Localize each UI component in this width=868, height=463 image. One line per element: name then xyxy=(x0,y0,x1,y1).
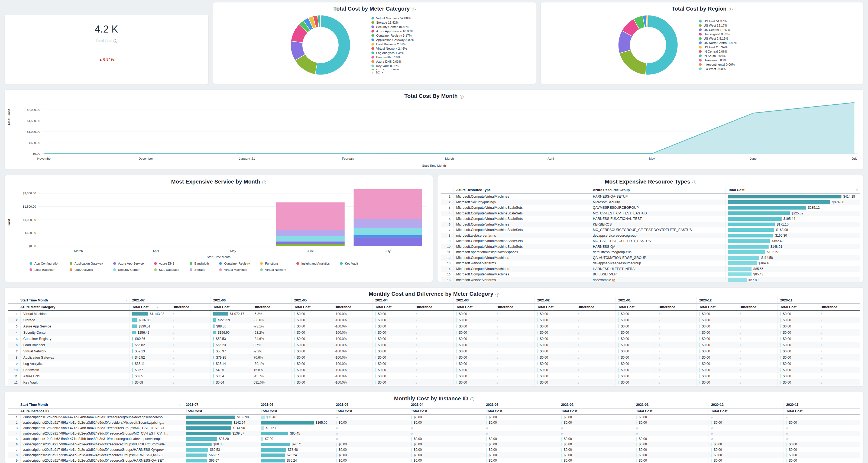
legend-item[interactable]: Azure DNS 0.03% xyxy=(371,59,461,64)
table-row[interactable]: 8 microsoft.web/serverfarms devappservic… xyxy=(441,233,860,238)
column-header[interactable]: Total Cost xyxy=(777,304,817,310)
collapse-left-icon[interactable]: ‹ xyxy=(126,298,127,302)
legend-item[interactable]: Load Balancer 2.67% xyxy=(371,42,461,46)
legend-item[interactable]: Intercontinental 0.00% xyxy=(699,62,788,67)
legend-item[interactable]: Application Gateway 3.00% xyxy=(371,38,461,42)
table-row[interactable]: 13 microsoft.web/serverfarms devappservi… xyxy=(441,261,860,266)
bar-segment[interactable] xyxy=(276,202,345,230)
stacked-bar-chart[interactable]: $0.00 $500.00 $1,000.00 $1,500.00 $2,000… xyxy=(8,186,429,256)
table-row[interactable]: 1 Microsoft.Compute/virtualMachines HARN… xyxy=(441,194,860,200)
bar-segment[interactable] xyxy=(276,230,345,236)
info-icon[interactable]: i xyxy=(262,180,266,184)
column-header[interactable]: Azure Resource Group xyxy=(590,187,725,193)
table-row[interactable]: 2 Storage $336.85ø $225.59-33.0% $0.00-1… xyxy=(8,317,860,323)
column-header[interactable]: Difference xyxy=(251,304,291,310)
legend-item[interactable]: US North Central 1.82% xyxy=(699,41,788,45)
column-header[interactable]: Difference xyxy=(656,304,696,310)
column-header[interactable]: Total Cost xyxy=(633,408,708,414)
table-row[interactable]: 13 App Configuration $0.00ø $0.00ø $0.00… xyxy=(8,385,860,386)
legend-item[interactable]: US Central 12.47% xyxy=(699,28,788,32)
table-row[interactable]: 4 Microsoft.Compute/virtualMachineScaleS… xyxy=(441,211,860,216)
column-header[interactable]: Total Cost xyxy=(453,304,494,310)
table-row[interactable]: 9 Log Analytics $33.11ø $23.14-30.1% $0.… xyxy=(8,360,860,367)
table-row[interactable]: 14 Microsoft.Compute/virtualMachines HAR… xyxy=(441,266,860,272)
legend-item[interactable]: Container Registry xyxy=(219,261,250,266)
legend-item[interactable]: EU West 0.00% xyxy=(699,67,788,71)
info-icon[interactable]: i xyxy=(729,8,733,11)
column-header[interactable]: Difference xyxy=(817,304,858,310)
column-header[interactable]: Total Cost xyxy=(783,408,858,414)
table-row[interactable]: 6 Microsoft.Compute/virtualMachines KERB… xyxy=(441,222,860,227)
bar-segment[interactable] xyxy=(276,244,345,246)
legend-item[interactable]: Load Balancer xyxy=(30,267,59,272)
info-icon[interactable]: i xyxy=(470,397,474,401)
area-chart[interactable]: $0.00 $500.00 $1,000.00 $1,500.00 $2,000… xyxy=(6,101,862,165)
table-row[interactable]: 7 Microsoft.Compute/virtualMachineScaleS… xyxy=(441,227,860,233)
table-row[interactable]: 5 /subscriptions/12d2db62-5aa9-471d-84bb… xyxy=(8,436,860,441)
legend-item[interactable]: IN Central 0.06% xyxy=(699,49,788,54)
column-header[interactable]: Total Cost xyxy=(408,408,483,414)
bar-segment[interactable] xyxy=(353,235,422,237)
info-icon[interactable]: i xyxy=(114,39,117,43)
bar-segment[interactable] xyxy=(353,189,422,219)
legend-item[interactable]: Virtual Network xyxy=(260,267,286,272)
legend-item[interactable]: US East 2 0.94% xyxy=(699,45,788,49)
bar-segment[interactable] xyxy=(353,228,422,235)
column-header[interactable]: Total Cost xyxy=(615,304,656,310)
column-header[interactable]: Difference xyxy=(169,304,210,310)
legend-item[interactable]: IN South 0.04% xyxy=(699,54,788,58)
legend-item[interactable]: Security Center 10.82% xyxy=(371,25,461,29)
info-icon[interactable]: i xyxy=(692,180,696,184)
table-row[interactable]: 6 /subscriptions/20d6a917-99fa-4b1b-9b2e… xyxy=(8,441,860,447)
column-header[interactable]: Total Cost xyxy=(258,408,333,414)
column-header[interactable]: Total Cost xyxy=(372,304,412,310)
meter-category-donut[interactable] xyxy=(288,13,352,77)
table-row[interactable]: 8 Application Gateway $46.52ø $79.3570.6… xyxy=(8,354,860,360)
table-row[interactable]: 15 Microsoft.Compute/virtualMachines BUI… xyxy=(441,271,860,277)
legend-item[interactable]: Virtual Machines 52.88% xyxy=(371,16,461,20)
legend-item[interactable]: Virtual Network 2.46% xyxy=(371,46,461,51)
legend-item[interactable]: Bandwidth 0.19% xyxy=(371,55,461,59)
column-header[interactable]: Difference xyxy=(575,304,615,310)
table-row[interactable]: 3 /subscriptions/12d2db62-5aa9-471d-84bb… xyxy=(8,425,860,431)
table-row[interactable]: 7 Virtual Network $52.13ø $50.97-2.2% $0… xyxy=(8,348,860,354)
table-row[interactable]: 16 microsoft.web/serverfarms docexample-… xyxy=(441,277,860,282)
donut-slice[interactable] xyxy=(619,50,646,75)
info-icon[interactable]: i xyxy=(496,293,499,296)
bar-segment[interactable] xyxy=(276,241,345,244)
legend-item[interactable]: Functions 0.00% xyxy=(371,68,461,70)
table-row[interactable]: 10 Bandwidth $3.67ø $4.2515.8% $0.00-100… xyxy=(8,367,860,373)
column-header[interactable]: Difference xyxy=(332,304,372,310)
table-row[interactable]: 4 Security Center $256.42ø $196.90-23.2%… xyxy=(8,329,860,336)
pager-down-icon[interactable]: ▼ xyxy=(381,71,384,74)
legend-item[interactable]: Storage xyxy=(190,267,209,272)
legend-item[interactable]: Log Analytics 1.34% xyxy=(371,51,461,55)
legend-item[interactable]: US West 2 5.18% xyxy=(699,36,788,41)
column-header[interactable]: Total Cost ∨ xyxy=(129,304,169,310)
legend-item[interactable]: US West 19.17% xyxy=(699,23,788,28)
sort-caret-icon[interactable]: ∨ xyxy=(156,306,158,309)
donut-slice[interactable] xyxy=(645,15,678,75)
column-header[interactable]: Total Cost xyxy=(483,408,558,414)
column-header[interactable]: Total Cost ∨ xyxy=(725,187,860,193)
legend-item[interactable]: App Configuration xyxy=(30,261,59,266)
column-header[interactable]: Total Cost xyxy=(708,408,783,414)
column-header[interactable]: Total Cost xyxy=(291,304,332,310)
info-icon[interactable]: i xyxy=(460,95,464,99)
table-row[interactable]: 3 Microsoft.Compute/virtualMachineScaleS… xyxy=(441,205,860,211)
table-row[interactable]: 1 /subscriptions/12d2db62-5aa9-471d-84bb… xyxy=(8,414,860,420)
legend-item[interactable]: Application Gateway xyxy=(70,261,103,266)
legend-item[interactable]: SQL Database xyxy=(154,267,179,272)
column-header[interactable]: Total Cost xyxy=(558,408,633,414)
sort-caret-icon[interactable]: ∨ xyxy=(856,189,858,192)
donut-slice[interactable] xyxy=(648,15,648,27)
table-row[interactable]: 5 Microsoft.Compute/virtualMachineScaleS… xyxy=(441,216,860,222)
legend-item[interactable]: US East 51.37% xyxy=(699,19,788,23)
legend-item[interactable]: Azure DNS xyxy=(154,261,179,266)
column-header[interactable]: Total Cost xyxy=(534,304,575,310)
legend-item[interactable]: Security Center xyxy=(113,267,144,272)
table-row[interactable]: 3 Azure App Service $330.51ø $88.80-73.1… xyxy=(8,323,860,329)
column-header[interactable]: Total Cost xyxy=(210,304,251,310)
legend-item[interactable]: Log Analytics xyxy=(70,267,103,272)
legend-item[interactable]: Key Vault xyxy=(340,261,358,266)
